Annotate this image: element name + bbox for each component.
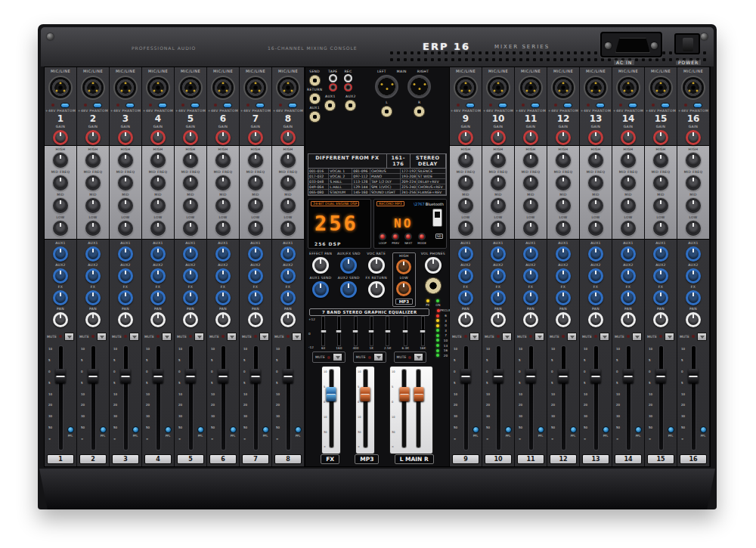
channel-fader[interactable] <box>91 346 95 450</box>
mp3-button-next[interactable]: NEXT <box>404 233 412 245</box>
aux-aux2-knob[interactable] <box>280 268 296 283</box>
phantom-switch[interactable] <box>596 103 605 108</box>
mp3-button-prev[interactable]: PREV <box>392 233 399 245</box>
pfl-button[interactable] <box>165 426 172 433</box>
aux-aux1-knob[interactable] <box>523 246 538 262</box>
phantom-switch[interactable] <box>693 103 702 108</box>
pfl-button[interactable] <box>67 426 74 433</box>
aux-pan-knob[interactable] <box>248 312 263 327</box>
eq-low-knob[interactable] <box>215 221 231 236</box>
aux-fx-knob[interactable] <box>118 290 133 305</box>
eq-band-handle[interactable] <box>320 330 327 333</box>
eq-high-knob[interactable] <box>621 153 636 168</box>
pfl-button[interactable] <box>295 426 302 433</box>
phantom-switch[interactable] <box>93 103 102 108</box>
eq-mid-freq-knob[interactable] <box>280 175 296 190</box>
aux-aux1-knob[interactable] <box>183 246 198 262</box>
mute-button[interactable] <box>194 333 204 341</box>
aux-pan-knob[interactable] <box>686 312 701 327</box>
gain-knob[interactable] <box>491 130 506 145</box>
eq-mid-knob[interactable] <box>150 198 166 213</box>
mute-button[interactable] <box>97 333 107 341</box>
aux1-send-knob[interactable] <box>312 281 329 298</box>
channel-fader[interactable] <box>464 346 468 450</box>
pfl-button[interactable] <box>570 426 577 433</box>
eq-mid-freq-knob[interactable] <box>183 175 198 190</box>
eq-mid-knob[interactable] <box>588 198 603 213</box>
mute-button[interactable] <box>502 333 512 341</box>
fader-cap[interactable] <box>121 369 131 383</box>
phantom-switch[interactable] <box>531 103 540 108</box>
mute-button[interactable] <box>632 333 642 341</box>
aux-fx-knob[interactable] <box>686 290 701 305</box>
eq-mid-knob[interactable] <box>118 198 133 213</box>
mp3-fader[interactable] <box>364 370 367 447</box>
fader-cap[interactable] <box>494 369 503 383</box>
eq-mid-freq-knob[interactable] <box>458 175 473 190</box>
eq-mid-freq-knob[interactable] <box>653 175 668 190</box>
fx-fader[interactable] <box>330 370 333 447</box>
pfl-button[interactable] <box>668 426 674 433</box>
mute-button[interactable] <box>414 353 423 361</box>
aux-fx-knob[interactable] <box>523 290 538 305</box>
eq-high-knob[interactable] <box>248 153 263 168</box>
eq-low-knob[interactable] <box>280 221 296 236</box>
fader-cap[interactable] <box>526 369 536 383</box>
mute-button[interactable] <box>567 333 577 341</box>
channel-fader[interactable] <box>529 346 533 450</box>
aux-pan-knob[interactable] <box>653 312 668 327</box>
aux-aux1-knob[interactable] <box>150 246 166 262</box>
eq-mid-freq-knob[interactable] <box>53 175 68 190</box>
aux-pan-knob[interactable] <box>85 312 101 327</box>
pfl-button[interactable] <box>603 426 609 433</box>
eq-band-slider[interactable] <box>370 317 373 345</box>
mute-button[interactable] <box>665 333 674 341</box>
eq-band-slider[interactable] <box>355 317 357 345</box>
gain-knob[interactable] <box>248 130 263 145</box>
pfl-button[interactable] <box>700 426 707 433</box>
fader-cap[interactable] <box>218 369 228 383</box>
phantom-switch[interactable] <box>125 103 135 108</box>
aux-aux2-knob[interactable] <box>588 268 603 283</box>
aux-fx-knob[interactable] <box>248 290 263 305</box>
aux-aux1-knob[interactable] <box>621 246 636 262</box>
gain-knob[interactable] <box>621 130 636 145</box>
eq-high-knob[interactable] <box>588 153 603 168</box>
gain-knob[interactable] <box>280 130 296 145</box>
mute-button[interactable] <box>469 333 479 341</box>
aux-aux1-knob[interactable] <box>118 246 133 262</box>
eq-low-knob[interactable] <box>621 221 636 236</box>
eq-mid-knob[interactable] <box>491 198 506 213</box>
channel-fader[interactable] <box>254 346 258 450</box>
eq-low-knob[interactable] <box>118 221 133 236</box>
fader-cap[interactable] <box>656 369 666 383</box>
pfl-button[interactable] <box>505 426 512 433</box>
eq-low-knob[interactable] <box>183 221 198 236</box>
pfl-button[interactable] <box>538 426 544 433</box>
aux-aux2-knob[interactable] <box>621 268 636 283</box>
eq-band-slider[interactable] <box>404 317 407 345</box>
channel-fader[interactable] <box>287 346 290 450</box>
gain-knob[interactable] <box>183 130 198 145</box>
eq-low-knob[interactable] <box>150 221 166 236</box>
eq-mid-freq-knob[interactable] <box>621 175 636 190</box>
eq-mid-knob[interactable] <box>686 198 701 213</box>
eq-mid-knob[interactable] <box>621 198 636 213</box>
aux-pan-knob[interactable] <box>118 312 133 327</box>
aux-fx-knob[interactable] <box>53 290 68 305</box>
eq-high-knob[interactable] <box>556 153 571 168</box>
main-fader[interactable] <box>402 370 406 447</box>
eq-mid-knob[interactable] <box>248 198 263 213</box>
aux-aux2-knob[interactable] <box>85 268 101 283</box>
eq-mid-knob[interactable] <box>53 198 68 213</box>
eq-low-knob[interactable] <box>556 221 571 236</box>
gain-knob[interactable] <box>653 130 668 145</box>
aux-aux1-knob[interactable] <box>653 246 668 262</box>
aux-fx-knob[interactable] <box>215 290 231 305</box>
eq-mid-knob[interactable] <box>556 198 571 213</box>
channel-fader[interactable] <box>692 346 696 450</box>
aux-aux2-knob[interactable] <box>491 268 506 283</box>
aux2-send-knob[interactable] <box>340 281 357 298</box>
aux-aux1-knob[interactable] <box>556 246 571 262</box>
fader-cap[interactable] <box>414 387 423 401</box>
